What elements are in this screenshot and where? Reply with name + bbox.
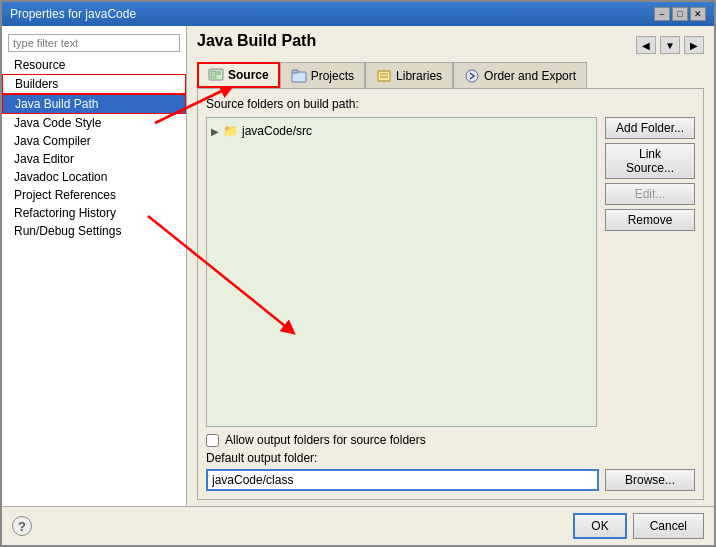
- minimize-button[interactable]: –: [654, 7, 670, 21]
- svg-point-9: [466, 70, 478, 82]
- maximize-button[interactable]: □: [672, 7, 688, 21]
- sidebar-item-refactoring[interactable]: Refactoring History: [2, 204, 186, 222]
- back-arrow-button[interactable]: ◀: [636, 36, 656, 54]
- source-tab-icon: [208, 67, 224, 83]
- folder-icon: 📁: [223, 124, 238, 138]
- dialog-footer: ? OK Cancel: [2, 506, 714, 545]
- window-controls: – □ ✕: [654, 7, 706, 21]
- right-header: Java Build Path ◀ ▼ ▶: [197, 32, 704, 58]
- edit-button[interactable]: Edit...: [605, 183, 695, 205]
- window-title: Properties for javaCode: [10, 7, 136, 21]
- output-folder-row: Default output folder:: [206, 451, 695, 465]
- output-folder-input-row: Browse...: [206, 469, 695, 491]
- sidebar-item-javadoc[interactable]: Javadoc Location: [2, 168, 186, 186]
- tab-order-export-label: Order and Export: [484, 69, 576, 83]
- tab-libraries-label: Libraries: [396, 69, 442, 83]
- remove-button[interactable]: Remove: [605, 209, 695, 231]
- sidebar-item-resource[interactable]: Resource: [2, 56, 186, 74]
- bottom-section: Allow output folders for source folders …: [206, 433, 695, 491]
- footer-buttons: OK Cancel: [573, 513, 704, 539]
- titlebar: Properties for javaCode – □ ✕: [2, 2, 714, 26]
- tab-libraries[interactable]: Libraries: [365, 62, 453, 88]
- tab-projects-label: Projects: [311, 69, 354, 83]
- ok-button[interactable]: OK: [573, 513, 626, 539]
- allow-output-row: Allow output folders for source folders: [206, 433, 695, 447]
- tab-source[interactable]: Source: [197, 62, 280, 88]
- order-tab-icon: [464, 68, 480, 84]
- sidebar-item-java-compiler[interactable]: Java Compiler: [2, 132, 186, 150]
- page-title: Java Build Path: [197, 32, 316, 50]
- output-folder-input[interactable]: [206, 469, 599, 491]
- tree-item[interactable]: ▶ 📁 javaCode/src: [211, 122, 592, 140]
- left-panel: Resource Builders Java Build Path Java C…: [2, 26, 187, 506]
- browse-button[interactable]: Browse...: [605, 469, 695, 491]
- forward-arrow-button[interactable]: ▶: [684, 36, 704, 54]
- svg-rect-1: [211, 71, 216, 78]
- sidebar-item-run-debug[interactable]: Run/Debug Settings: [2, 222, 186, 240]
- source-tree[interactable]: ▶ 📁 javaCode/src: [206, 117, 597, 427]
- sidebar-item-java-code-style[interactable]: Java Code Style: [2, 114, 186, 132]
- sidebar-item-java-build-path[interactable]: Java Build Path: [2, 94, 186, 114]
- svg-rect-6: [378, 71, 390, 81]
- tab-projects[interactable]: Projects: [280, 62, 365, 88]
- projects-tab-icon: [291, 68, 307, 84]
- tab-content: Source folders on build path: ▶ 📁 javaCo…: [197, 88, 704, 500]
- action-buttons: Add Folder... Link Source... Edit... Rem…: [605, 117, 695, 427]
- link-source-button[interactable]: Link Source...: [605, 143, 695, 179]
- output-folder-label: Default output folder:: [206, 451, 317, 465]
- allow-output-label: Allow output folders for source folders: [225, 433, 426, 447]
- libraries-tab-icon: [376, 68, 392, 84]
- tab-order-export[interactable]: Order and Export: [453, 62, 587, 88]
- tree-expand-icon[interactable]: ▶: [211, 126, 219, 137]
- sidebar-item-java-editor[interactable]: Java Editor: [2, 150, 186, 168]
- sidebar-item-builders[interactable]: Builders: [2, 74, 186, 94]
- right-panel: Java Build Path ◀ ▼ ▶: [187, 26, 714, 506]
- help-button[interactable]: ?: [12, 516, 32, 536]
- add-folder-button[interactable]: Add Folder...: [605, 117, 695, 139]
- allow-output-checkbox[interactable]: [206, 434, 219, 447]
- close-button[interactable]: ✕: [690, 7, 706, 21]
- filter-input[interactable]: [8, 34, 180, 52]
- tab-body: ▶ 📁 javaCode/src Add Folder... Link Sour…: [206, 117, 695, 427]
- nav-arrow-group: ◀ ▼ ▶: [636, 36, 704, 54]
- source-folders-label: Source folders on build path:: [206, 97, 695, 111]
- cancel-button[interactable]: Cancel: [633, 513, 704, 539]
- sidebar-item-project-references[interactable]: Project References: [2, 186, 186, 204]
- dialog-body: Resource Builders Java Build Path Java C…: [2, 26, 714, 506]
- dropdown-arrow-button[interactable]: ▼: [660, 36, 680, 54]
- svg-rect-5: [292, 70, 298, 73]
- tab-source-label: Source: [228, 68, 269, 82]
- tree-item-label: javaCode/src: [242, 124, 312, 138]
- tab-bar: Source Projects: [197, 62, 704, 88]
